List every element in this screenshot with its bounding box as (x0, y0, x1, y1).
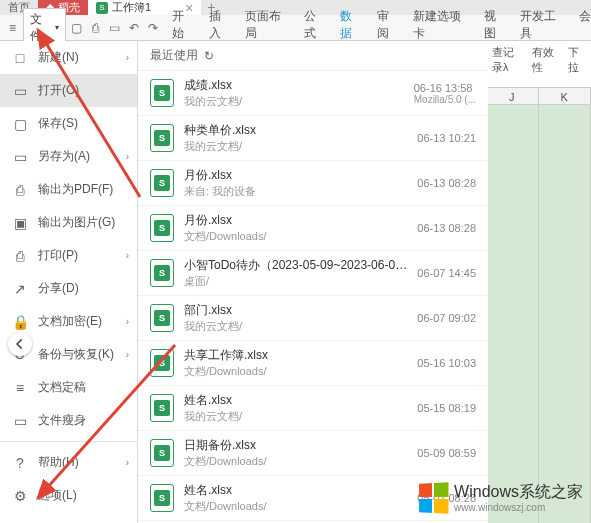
recent-file-extra: Mozilla/5.0 (... (414, 94, 476, 105)
file-menu-item-label: 新建(N) (38, 49, 79, 66)
file-menu-item[interactable]: ▭文件瘦身 (0, 404, 137, 437)
spreadsheet-file-icon: S (150, 124, 174, 152)
file-menu-item-icon: ▢ (12, 116, 28, 132)
file-menu-item-label: 文档加密(E) (38, 313, 102, 330)
chevron-left-icon (13, 337, 27, 351)
recent-file-item[interactable]: S 月份.xlsx 文档/Downloads/ 06-13 08:28 (138, 206, 488, 251)
spreadsheet-file-icon: S (150, 259, 174, 287)
recent-file-item[interactable]: S 月份.xlsx 来自: 我的设备 06-13 08:28 (138, 161, 488, 206)
recent-file-path: 桌面/ (184, 274, 407, 289)
file-menu-item-icon: ↗ (12, 281, 28, 297)
recent-file-item[interactable]: S 日期备份.xlsx 文档/Downloads/ 05-09 08:59 (138, 431, 488, 476)
col-header-k[interactable]: K (539, 88, 592, 104)
spreadsheet-file-icon: S (150, 214, 174, 242)
chevron-right-icon: › (126, 457, 129, 468)
recent-file-date: 06-13 10:21 (417, 132, 476, 144)
recent-file-item[interactable]: S 姓名.xlsx 我的云文档/ 05-15 08:19 (138, 386, 488, 431)
ss-tool-3[interactable]: 下拉 (568, 45, 585, 75)
recent-file-name: 小智ToDo待办（2023-05-09~2023-06-07）.xls (184, 257, 407, 274)
spreadsheet-icon: S (96, 2, 108, 14)
file-menu-item[interactable]: ⚙选项(L) (0, 479, 137, 512)
recent-file-item[interactable]: S 部门.xlsx 我的云文档/ 06-07 09:02 (138, 296, 488, 341)
col-k-body[interactable] (539, 105, 592, 523)
file-menu-item-label: 备份与恢复(K) (38, 346, 114, 363)
recent-file-date: 05-16 10:03 (417, 357, 476, 369)
recent-file-path: 来自: 我的设备 (184, 184, 407, 199)
file-menu-item-icon: ⎙ (12, 248, 28, 264)
recent-file-date: 06-07 09:02 (417, 312, 476, 324)
file-menu-item[interactable]: ▭打开(O) (0, 74, 137, 107)
redo-icon[interactable]: ↷ (145, 21, 162, 35)
chevron-right-icon: › (126, 316, 129, 327)
recent-file-name: 共享工作簿.xlsx (184, 347, 407, 364)
spreadsheet-file-icon: S (150, 394, 174, 422)
spreadsheet-file-icon: S (150, 169, 174, 197)
recent-file-item[interactable]: S 共享工作簿.xlsx 文档/Downloads/ 05-16 10:03 (138, 341, 488, 386)
file-menu-item-icon: □ (12, 50, 28, 66)
file-menu-item-icon: 🔒 (12, 314, 28, 330)
chevron-right-icon: › (126, 349, 129, 360)
file-menu-item[interactable]: ▣输出为图片(G) (0, 206, 137, 239)
file-menu-item[interactable]: ?帮助(H)› (0, 446, 137, 479)
recent-file-path: 文档/Downloads/ (184, 229, 407, 244)
spreadsheet-file-icon: S (150, 304, 174, 332)
file-menu-item-label: 打开(O) (38, 82, 79, 99)
file-menu-item-label: 帮助(H) (38, 454, 79, 471)
save-icon[interactable]: ▢ (68, 21, 85, 35)
file-menu-item[interactable]: ▭另存为(A)› (0, 140, 137, 173)
spreadsheet-file-icon: S (150, 484, 174, 512)
back-button[interactable] (8, 332, 32, 356)
recent-file-date: 06-16 13:58 (414, 82, 476, 94)
recent-file-path: 我的云文档/ (184, 319, 407, 334)
file-menu-item-label: 文档定稿 (38, 379, 86, 396)
file-menu-item-icon: ▣ (12, 215, 28, 231)
col-header-j[interactable]: J (486, 88, 539, 104)
recent-file-name: 成绩.xlsx (184, 77, 404, 94)
spreadsheet-file-icon: S (150, 349, 174, 377)
recent-file-path: 我的云文档/ (184, 139, 407, 154)
file-menu-item-label: 文件瘦身 (38, 412, 86, 429)
refresh-icon[interactable]: ↻ (204, 49, 214, 63)
recent-file-name: 种类单价.xlsx (184, 122, 407, 139)
recent-file-date: 05-15 08:19 (417, 402, 476, 414)
recent-file-path: 文档/Downloads/ (184, 454, 407, 469)
recent-file-date: 05-09 08:59 (417, 447, 476, 459)
file-menu-item-label: 另存为(A) (38, 148, 90, 165)
ss-tool-2[interactable]: 有效性 (532, 45, 558, 75)
recent-file-path: 文档/Downloads/ (184, 499, 407, 514)
file-menu-item-label: 打印(P) (38, 247, 78, 264)
recent-file-path: 我的云文档/ (184, 409, 407, 424)
recent-file-date: 06-13 08:28 (417, 222, 476, 234)
file-menu-item-icon: ▭ (12, 413, 28, 429)
recent-file-path: 文档/Downloads/ (184, 364, 407, 379)
spreadsheet-area: 查记录λ 有效性 下拉 J K (486, 41, 591, 523)
spreadsheet-file-icon: S (150, 79, 174, 107)
recent-file-item[interactable]: S 成绩.xlsx 我的云文档/ 06-16 13:58 Mozilla/5.0… (138, 71, 488, 116)
file-menu-item[interactable]: ↗分享(D) (0, 272, 137, 305)
recent-file-name: 姓名.xlsx (184, 482, 407, 499)
print-quick-icon[interactable]: ⎙ (87, 21, 104, 35)
file-menu-panel: □新建(N)›▭打开(O)▢保存(S)▭另存为(A)›⎙输出为PDF(F)▣输出… (0, 41, 138, 523)
file-menu-item[interactable]: □新建(N)› (0, 41, 137, 74)
recent-header-label: 最近使用 (150, 47, 198, 64)
recent-file-item[interactable]: S 小智ToDo待办（2023-05-09~2023-06-07）.xls 桌面… (138, 251, 488, 296)
file-menu-item[interactable]: ▢保存(S) (0, 107, 137, 140)
chevron-right-icon: › (126, 52, 129, 63)
preview-icon[interactable]: ▭ (106, 21, 123, 35)
chevron-right-icon: › (126, 250, 129, 261)
recent-file-item[interactable]: S 种类单价.xlsx 我的云文档/ 06-13 10:21 (138, 116, 488, 161)
file-menu-item[interactable]: ⎙打印(P)› (0, 239, 137, 272)
col-j-body[interactable] (486, 105, 539, 523)
recent-files-panel: 最近使用 ↻ S 成绩.xlsx 我的云文档/ 06-16 13:58 Mozi… (138, 41, 488, 523)
menu-icon[interactable]: ≡ (4, 21, 21, 35)
ss-tool-1[interactable]: 查记录λ (492, 45, 522, 75)
undo-icon[interactable]: ↶ (126, 21, 143, 35)
file-menu-item[interactable]: ≡文档定稿 (0, 371, 137, 404)
tab-workbook-label: 工作簿1 (112, 0, 151, 15)
file-menu-item-icon: ▭ (12, 149, 28, 165)
file-menu-item-label: 输出为图片(G) (38, 214, 115, 231)
file-menu-item-label: 保存(S) (38, 115, 78, 132)
recent-file-path: 我的云文档/ (184, 94, 404, 109)
file-menu-item[interactable]: ⎙输出为PDF(F) (0, 173, 137, 206)
spreadsheet-file-icon: S (150, 439, 174, 467)
